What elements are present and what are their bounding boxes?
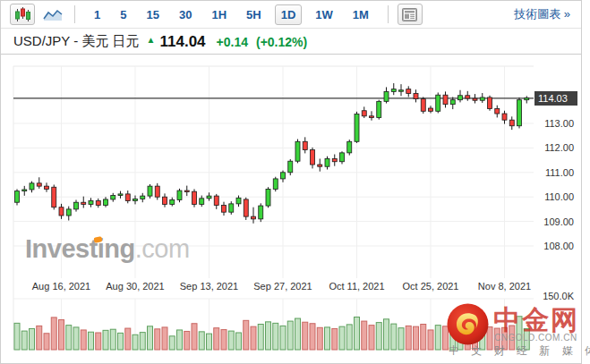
volume-bar-up bbox=[30, 328, 35, 350]
volume-bar-down bbox=[125, 328, 131, 350]
candle-bullish bbox=[281, 173, 286, 179]
candle-bullish bbox=[517, 100, 522, 126]
candle-bullish bbox=[391, 89, 396, 92]
volume-bar-up bbox=[339, 326, 345, 350]
volume-axis-label: 150.0K bbox=[543, 291, 574, 301]
candle-bullish bbox=[325, 158, 329, 166]
candle-bullish bbox=[340, 153, 345, 162]
candle-bearish bbox=[509, 120, 514, 126]
candle-bearish bbox=[429, 108, 433, 111]
volume-bar-up bbox=[391, 324, 397, 350]
date-tick-label: Aug 30, 2021 bbox=[98, 281, 173, 292]
candle-bullish bbox=[259, 206, 263, 219]
volume-bar-down bbox=[44, 334, 49, 350]
volume-bar-down bbox=[369, 326, 374, 350]
volume-bar-down bbox=[221, 330, 227, 350]
candle-bullish bbox=[141, 196, 145, 199]
volume-bar-up bbox=[110, 329, 115, 350]
volume-bar-down bbox=[162, 327, 167, 350]
candle-bearish bbox=[125, 194, 130, 201]
candle-bullish bbox=[104, 199, 108, 206]
volume-bar-down bbox=[251, 326, 256, 350]
candle-bullish bbox=[450, 100, 455, 105]
candle-bullish bbox=[458, 96, 463, 100]
candle-bullish bbox=[22, 190, 27, 191]
candle-bearish bbox=[59, 207, 64, 216]
volume-bar-up bbox=[287, 321, 293, 350]
candle-bullish bbox=[66, 209, 71, 216]
candle-bearish bbox=[311, 150, 315, 165]
candle-bullish bbox=[200, 199, 204, 205]
usdjpy-chart-widget: 1515301H5H1D1W1M 技術圖表 » USD/JPY - 美元 日元 … bbox=[0, 0, 582, 364]
date-tick-label: Oct 11, 2021 bbox=[320, 281, 395, 292]
candle-bearish bbox=[244, 199, 248, 216]
volume-bar-down bbox=[310, 324, 315, 350]
volume-bar-up bbox=[103, 330, 108, 350]
candle-bullish bbox=[74, 202, 79, 209]
cngold-domain: CNGOLD.COM.CN bbox=[494, 333, 577, 343]
candle-bearish bbox=[318, 165, 322, 166]
candle-bullish bbox=[384, 91, 389, 101]
candle-bearish bbox=[45, 186, 49, 189]
candle-bullish bbox=[273, 179, 278, 190]
candle-bullish bbox=[480, 97, 484, 100]
volume-bar-up bbox=[273, 323, 278, 350]
candle-bearish bbox=[252, 216, 256, 219]
volume-bar-down bbox=[303, 322, 308, 350]
volume-bar-down bbox=[421, 325, 426, 351]
volume-bar-down bbox=[192, 324, 197, 350]
cngold-watermark: 中金网 CNGOLD.COM.CN 中 文 财 经 新 媒 体 bbox=[447, 301, 577, 355]
volume-bar-down bbox=[414, 326, 419, 350]
candle-bearish bbox=[96, 201, 100, 206]
volume-bar-up bbox=[118, 333, 124, 350]
price-tick-label: 110.00 bbox=[534, 191, 574, 202]
volume-bar-up bbox=[295, 318, 301, 350]
volume-bar-up bbox=[280, 326, 286, 350]
candle-bearish bbox=[495, 109, 500, 114]
candle-bearish bbox=[155, 186, 159, 197]
volume-bar-up bbox=[325, 327, 330, 350]
candle-bearish bbox=[406, 89, 411, 94]
candle-bullish bbox=[15, 191, 20, 203]
candle-bearish bbox=[502, 114, 507, 120]
volume-bar-up bbox=[266, 322, 271, 350]
candle-bullish bbox=[377, 101, 381, 117]
volume-bar-down bbox=[51, 317, 56, 350]
volume-bar-down bbox=[81, 330, 86, 350]
candle-bearish bbox=[52, 187, 56, 207]
price-tick-label: 111.00 bbox=[534, 167, 574, 178]
volume-bar-down bbox=[406, 326, 411, 350]
cngold-swirl-logo-icon bbox=[447, 303, 489, 345]
candle-bearish bbox=[362, 111, 366, 116]
last-price-badge: 114.03 bbox=[534, 91, 577, 106]
investing-watermark-text: Investing bbox=[25, 234, 135, 263]
price-tick-label: 113.00 bbox=[534, 118, 574, 129]
volume-bar-down bbox=[155, 329, 160, 350]
date-tick-label: Sep 13, 2021 bbox=[172, 281, 247, 292]
candle-bearish bbox=[163, 197, 167, 204]
candle-bearish bbox=[81, 202, 86, 204]
date-tick-label: Oct 25, 2021 bbox=[393, 281, 468, 292]
volume-bar-down bbox=[317, 327, 322, 350]
candle-bullish bbox=[207, 196, 211, 199]
candle-bearish bbox=[37, 183, 41, 186]
candle-bullish bbox=[347, 141, 352, 153]
volume-bar-up bbox=[89, 332, 94, 350]
candle-bullish bbox=[525, 98, 529, 100]
candle-bearish bbox=[414, 94, 418, 99]
candle-bearish bbox=[421, 99, 425, 112]
candle-bearish bbox=[488, 97, 492, 109]
volume-bar-down bbox=[332, 328, 338, 350]
price-tick-label: 109.00 bbox=[534, 216, 574, 227]
volume-bar-up bbox=[140, 333, 145, 350]
candle-bearish bbox=[222, 206, 227, 213]
candle-bullish bbox=[118, 194, 123, 196]
candle-bearish bbox=[473, 98, 477, 100]
candle-bullish bbox=[30, 183, 34, 190]
candle-bearish bbox=[332, 158, 337, 161]
candle-bearish bbox=[303, 141, 307, 149]
price-tick-label: 112.00 bbox=[534, 142, 574, 153]
volume-bar-up bbox=[207, 334, 212, 350]
date-tick-label: Aug 16, 2021 bbox=[24, 281, 99, 292]
candle-bearish bbox=[370, 116, 374, 118]
